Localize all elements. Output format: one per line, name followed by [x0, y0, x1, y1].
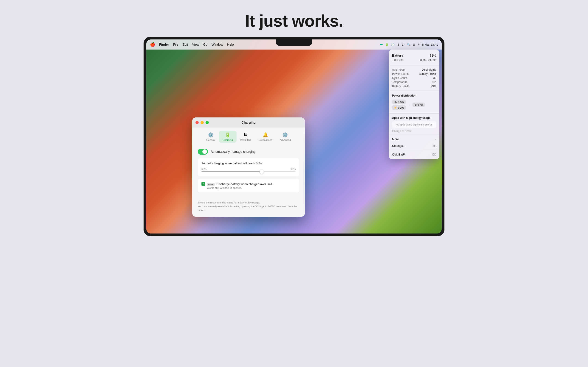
power-source-row: Power Source Battery Power	[392, 72, 436, 76]
menubar-go[interactable]: Go	[203, 43, 208, 46]
tab-general[interactable]: ⚙️ General	[203, 131, 219, 143]
control-center-icon[interactable]: ⊞	[413, 43, 415, 46]
tab-menubar-label: Menu Bar	[240, 138, 251, 141]
auto-manage-toggle[interactable]	[198, 149, 208, 155]
app-mode-label: App mode	[392, 68, 405, 71]
time-left-row: Time Left 8 hrs, 26 min	[392, 58, 436, 62]
weather-icon[interactable]: 🌡 -1°	[397, 43, 405, 46]
dialog-title: Charging	[242, 121, 255, 124]
quit-menu-item[interactable]: Quit BatFi ⌘Q	[389, 151, 439, 158]
macbook-frame: 🍎 Finder File Edit View Go Window Help 🔋…	[144, 37, 444, 236]
menubar-window[interactable]: Window	[212, 43, 223, 46]
energy-empty-box: No apps using significant energy	[392, 121, 436, 128]
general-icon: ⚙️	[208, 132, 214, 138]
tab-notifications[interactable]: 🔔 Notifications	[255, 131, 276, 143]
cycle-count-value: 30	[433, 76, 436, 80]
stats-section: App mode Discharging Power Source Batter…	[389, 67, 439, 89]
battery-health-row: Battery Health 99%	[392, 84, 436, 88]
quit-shortcut: ⌘Q	[431, 153, 436, 156]
dialog-footer: 80% is the recommended value for a day-t…	[192, 198, 305, 217]
footer-line-2: You can manually override this setting b…	[198, 205, 299, 212]
power-dist-title: Power distribution	[389, 93, 439, 98]
bolt-icon: ⚡	[394, 106, 397, 109]
apple-logo-icon[interactable]: 🍎	[150, 42, 155, 47]
advanced-icon: ⚙️	[282, 132, 288, 138]
page-title: It just works.	[0, 11, 588, 30]
batfi-panel: Battery 81% Time Left 8 hrs, 26 min App …	[389, 50, 439, 159]
camera-notch	[276, 40, 312, 46]
temperature-value: 30°	[432, 81, 436, 84]
divider-4	[389, 135, 439, 135]
footer-line-1: 80% is the recommended value for a day-t…	[198, 201, 299, 205]
menubar-help[interactable]: Help	[227, 43, 234, 46]
more-menu-item[interactable]: More ›	[389, 136, 439, 142]
cycle-count-label: Cycle Count	[392, 76, 407, 80]
discharge-row: ✓ BETA Discharge battery when charged ov…	[201, 182, 296, 189]
app-mode-row: App mode Discharging	[392, 68, 436, 72]
auto-manage-row: Automatically manage charging	[198, 149, 299, 155]
discharge-checkbox[interactable]: ✓	[201, 182, 205, 186]
batfi-icon[interactable]: 🔋	[385, 43, 389, 46]
clock-icon[interactable]: 🕐	[391, 43, 395, 46]
menubar-left: 🍎 Finder File Edit View Go Window Help	[150, 42, 234, 47]
battery-badge[interactable]	[380, 44, 383, 45]
menubar-right: 🔋 🕐 🌡 -1° 🔍 ⊞ Fri 8 Mar 23:41	[380, 40, 438, 50]
battery-title: Battery	[392, 54, 403, 57]
energy-empty-text: No apps using significant energy	[396, 123, 432, 126]
monitor-icon: 🖥	[414, 103, 417, 106]
more-arrow-icon: ›	[435, 138, 436, 141]
slider-track	[201, 171, 296, 172]
cycle-count-row: Cycle Count 30	[392, 76, 436, 80]
charge-100-item[interactable]: Charge to 100%	[389, 129, 439, 134]
dialog-titlebar: Charging	[192, 117, 305, 127]
slider-container: 60% 90%	[201, 168, 296, 172]
battery-title-row: Battery 81%	[392, 53, 436, 58]
settings-menu-item[interactable]: Settings... ⌘,	[389, 142, 439, 149]
battery-health-value: 99%	[431, 85, 436, 88]
battery-percentage: 81%	[430, 54, 436, 57]
slider-thumb[interactable]	[259, 170, 264, 174]
tab-charging-label: Charging	[223, 139, 233, 141]
charging-icon: 🔋	[225, 132, 231, 138]
power-source-value: Battery Power	[419, 72, 436, 75]
power-out-value: 9,7W	[418, 103, 424, 106]
menubar-finder[interactable]: Finder	[159, 43, 169, 46]
toggle-knob	[202, 149, 207, 154]
menubar-view[interactable]: View	[192, 43, 199, 46]
check-icon: ✓	[202, 183, 204, 186]
time-left-value: 8 hrs, 26 min	[420, 58, 436, 61]
search-icon[interactable]: 🔍	[407, 43, 411, 46]
tab-notifications-label: Notifications	[258, 139, 272, 141]
screen: 🍎 Finder File Edit View Go Window Help 🔋…	[146, 40, 442, 234]
temperature-label: Temperature	[392, 81, 407, 84]
divider-2	[389, 91, 439, 91]
charge-limit-title: Turn off charging when battery will reac…	[201, 161, 296, 165]
more-label: More	[392, 137, 399, 141]
arrow-icon: →	[408, 103, 410, 106]
notifications-icon: 🔔	[262, 132, 268, 138]
settings-shortcut: ⌘,	[433, 144, 436, 148]
menubar-file[interactable]: File	[173, 43, 179, 46]
tab-menubar[interactable]: 🖥 Menu Bar	[237, 131, 255, 143]
fullscreen-button[interactable]	[206, 121, 209, 124]
battery-health-label: Battery Health	[392, 85, 409, 88]
menubar-edit[interactable]: Edit	[182, 43, 188, 46]
close-button[interactable]	[195, 121, 199, 124]
discharge-box: ✓ BETA Discharge battery when charged ov…	[198, 179, 299, 192]
discharge-label: BETA Discharge battery when charged over…	[207, 182, 272, 186]
divider-3	[389, 113, 439, 114]
app-mode-value: Discharging	[422, 68, 436, 71]
slider-fill	[201, 171, 262, 172]
power-out-pill: 🖥 9,7W	[412, 102, 425, 107]
tab-advanced[interactable]: ⚙️ Advanced	[276, 131, 294, 143]
temperature-row: Temperature 30°	[392, 80, 436, 84]
traffic-lights	[195, 121, 209, 124]
menubar-time: Fri 8 Mar 23:41	[418, 43, 438, 46]
discharge-text-block: BETA Discharge battery when charged over…	[207, 182, 272, 189]
power-source-label: Power Source	[392, 72, 409, 75]
menubar-icon: 🖥	[243, 132, 248, 137]
power-in-value: 9,5W	[398, 101, 404, 103]
tab-charging[interactable]: 🔋 Charging	[219, 131, 237, 143]
slider-min-label: 60%	[201, 168, 207, 170]
minimize-button[interactable]	[200, 121, 204, 124]
